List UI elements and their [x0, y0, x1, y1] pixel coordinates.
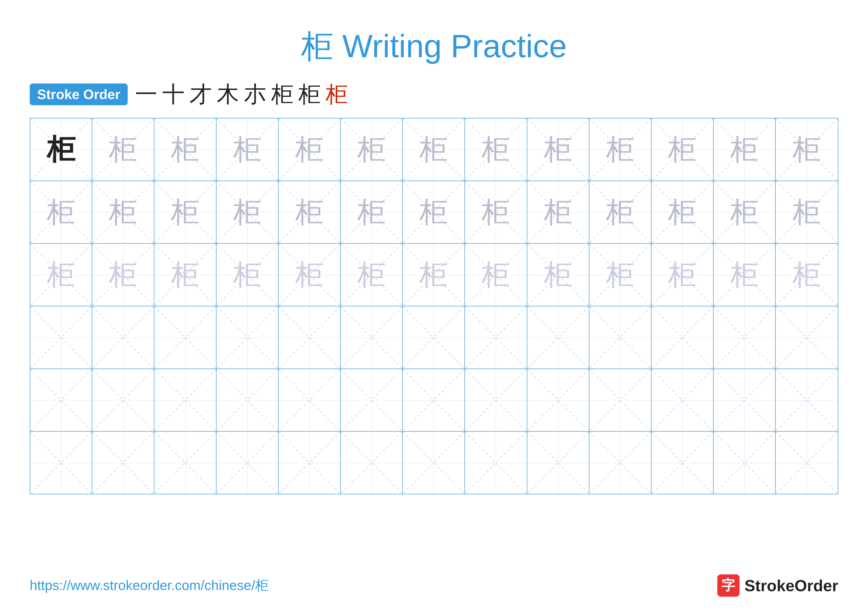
grid-cell[interactable]: 柜: [651, 181, 714, 243]
grid-cell[interactable]: [527, 432, 589, 494]
grid-cell[interactable]: 柜: [589, 118, 651, 180]
grid-cell[interactable]: [714, 369, 776, 431]
grid-cell[interactable]: 柜: [30, 244, 92, 306]
svg-line-153: [714, 432, 775, 494]
grid-cell[interactable]: [403, 306, 465, 368]
title-area: 柜 Writing Practice: [30, 25, 838, 68]
grid-cell[interactable]: [341, 369, 403, 431]
grid-cell[interactable]: [92, 369, 154, 431]
grid-cell[interactable]: 柜: [217, 118, 279, 180]
grid-cell[interactable]: 柜: [465, 244, 527, 306]
grid-cell[interactable]: [217, 369, 279, 431]
grid-row[interactable]: [30, 432, 838, 494]
grid-cell[interactable]: [776, 432, 838, 494]
grid-cell[interactable]: 柜: [341, 181, 403, 243]
grid-cell[interactable]: [92, 432, 154, 494]
grid-cell[interactable]: 柜: [92, 118, 154, 180]
svg-line-109: [154, 369, 216, 431]
grid-cell[interactable]: 柜: [279, 244, 341, 306]
grid-cell[interactable]: [589, 306, 651, 368]
cell-character: 柜: [403, 181, 465, 243]
svg-line-95: [527, 306, 589, 368]
svg-line-87: [279, 306, 340, 368]
svg-line-94: [527, 306, 589, 368]
svg-line-114: [341, 369, 402, 431]
grid-cell[interactable]: [465, 306, 527, 368]
grid-cell[interactable]: [776, 306, 838, 368]
grid-cell[interactable]: 柜: [341, 244, 403, 306]
grid-row[interactable]: 柜柜柜柜柜柜柜柜柜柜柜柜柜: [30, 181, 838, 244]
grid-cell[interactable]: 柜: [527, 181, 589, 243]
grid-cell[interactable]: [30, 432, 92, 494]
grid-cell[interactable]: [465, 432, 527, 494]
svg-line-115: [341, 369, 402, 431]
grid-cell[interactable]: [651, 432, 714, 494]
grid-cell[interactable]: [154, 432, 217, 494]
grid-cell[interactable]: 柜: [714, 181, 776, 243]
grid-cell[interactable]: 柜: [776, 118, 838, 180]
grid-cell[interactable]: 柜: [217, 244, 279, 306]
grid-cell[interactable]: [527, 306, 589, 368]
grid-cell[interactable]: 柜: [714, 118, 776, 180]
grid-cell[interactable]: 柜: [465, 181, 527, 243]
cell-character: 柜: [217, 181, 278, 243]
grid-cell[interactable]: [714, 432, 776, 494]
grid-cell[interactable]: [776, 369, 838, 431]
grid-cell[interactable]: [651, 369, 714, 431]
grid-cell[interactable]: 柜: [403, 118, 465, 180]
grid-cell[interactable]: [217, 306, 279, 368]
grid-cell[interactable]: 柜: [527, 244, 589, 306]
grid-cell[interactable]: 柜: [589, 181, 651, 243]
grid-row[interactable]: 柜柜柜柜柜柜柜柜柜柜柜柜柜: [30, 118, 838, 181]
grid-cell[interactable]: 柜: [776, 244, 838, 306]
grid-cell[interactable]: 柜: [776, 181, 838, 243]
grid-cell[interactable]: 柜: [92, 244, 154, 306]
grid-cell[interactable]: [403, 432, 465, 494]
stroke-4: 木: [217, 83, 239, 106]
grid-cell[interactable]: [341, 432, 403, 494]
grid-cell[interactable]: 柜: [154, 118, 217, 180]
grid-cell[interactable]: 柜: [154, 244, 217, 306]
grid-cell[interactable]: [279, 369, 341, 431]
grid-cell[interactable]: [403, 369, 465, 431]
grid-cell[interactable]: 柜: [154, 181, 217, 243]
grid-cell[interactable]: 柜: [465, 118, 527, 180]
grid-cell[interactable]: [30, 306, 92, 368]
grid-cell[interactable]: [714, 306, 776, 368]
grid-row[interactable]: 柜柜柜柜柜柜柜柜柜柜柜柜柜: [30, 244, 838, 306]
grid-cell[interactable]: 柜: [714, 244, 776, 306]
grid-cell[interactable]: [527, 369, 589, 431]
svg-line-122: [589, 369, 651, 431]
grid-cell[interactable]: 柜: [527, 118, 589, 180]
grid-row[interactable]: [30, 369, 838, 432]
grid-cell[interactable]: [589, 432, 651, 494]
grid-cell[interactable]: [279, 432, 341, 494]
grid-cell[interactable]: 柜: [217, 181, 279, 243]
cell-character: 柜: [589, 118, 651, 180]
grid-cell[interactable]: [154, 369, 217, 431]
grid-cell[interactable]: [30, 369, 92, 431]
svg-line-103: [776, 306, 838, 368]
grid-cell[interactable]: [279, 306, 341, 368]
grid-cell[interactable]: [465, 369, 527, 431]
grid-cell[interactable]: 柜: [589, 244, 651, 306]
grid-cell[interactable]: [651, 306, 714, 368]
svg-line-125: [651, 369, 713, 431]
grid-cell[interactable]: 柜: [279, 181, 341, 243]
grid-cell[interactable]: [589, 369, 651, 431]
grid-cell[interactable]: 柜: [30, 118, 92, 180]
grid-cell[interactable]: 柜: [403, 181, 465, 243]
grid-cell[interactable]: 柜: [30, 181, 92, 243]
grid-cell[interactable]: [341, 306, 403, 368]
grid-cell[interactable]: [154, 306, 217, 368]
grid-row[interactable]: [30, 306, 838, 369]
grid-cell[interactable]: [92, 306, 154, 368]
grid-cell[interactable]: 柜: [341, 118, 403, 180]
grid-cell[interactable]: 柜: [92, 181, 154, 243]
grid-cell[interactable]: [217, 432, 279, 494]
grid-cell[interactable]: 柜: [651, 118, 714, 180]
svg-line-118: [465, 369, 527, 431]
grid-cell[interactable]: 柜: [651, 244, 714, 306]
grid-cell[interactable]: 柜: [403, 244, 465, 306]
grid-cell[interactable]: 柜: [279, 118, 341, 180]
